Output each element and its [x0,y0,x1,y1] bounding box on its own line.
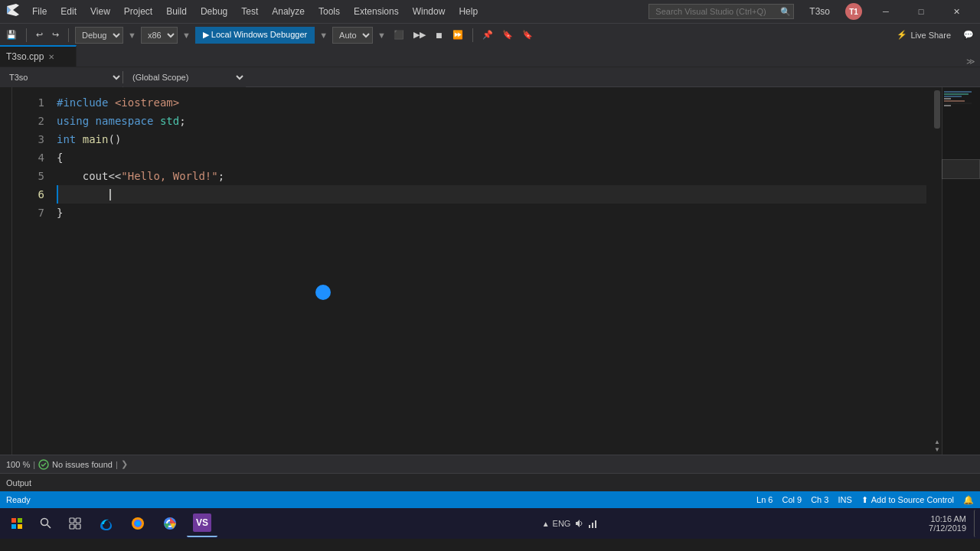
search-input[interactable] [648,4,794,19]
line-num-3: 3 [18,130,44,148]
status-ready[interactable]: Ready [6,495,31,504]
vertical-scrollbar[interactable]: ▲ ▼ [933,87,942,455]
active-tab[interactable]: T3so.cpp ✕ [0,45,77,67]
menu-analyze[interactable]: Analyze [266,5,311,18]
kw-namespace: namespace [96,112,154,130]
scope-bar: T3so (Global Scope) [0,67,980,87]
menu-tools[interactable]: Tools [312,5,346,18]
menu-file[interactable]: File [26,5,53,18]
undo-icon[interactable]: ↩ [33,28,46,41]
liveshare-button[interactable]: ⚡ Live Share [890,28,957,41]
source-control-label: Add to Source Control [871,495,954,504]
svg-rect-10 [76,524,80,529]
network-icon[interactable] [587,518,598,529]
window-controls: ─ □ ✕ [868,0,974,23]
minimize-button[interactable]: ─ [868,0,903,23]
debug-config-select[interactable]: Debug [75,27,123,44]
svg-rect-7 [70,518,74,523]
tab-close-button[interactable]: ✕ [48,53,54,61]
svg-rect-4 [18,524,22,529]
line-num-1: 1 [18,93,44,112]
menu-test[interactable]: Test [235,5,264,18]
menu-help[interactable]: Help [452,5,484,18]
show-desktop-button[interactable] [974,510,977,537]
sep1 [26,28,27,42]
brace-open: { [57,148,63,167]
hello-world-string: "Hello, World!" [121,167,217,185]
toolbar-icon-1[interactable]: ⬛ [390,28,407,41]
taskbar-search-button[interactable] [32,510,60,537]
menu-project[interactable]: Project [118,5,158,18]
lang-indicator[interactable]: ENG [553,519,571,528]
taskbar-vs-button[interactable]: VS [187,510,217,537]
tab-scroll-right[interactable]: ≫ [962,57,980,67]
clock-time: 10:16 AM [929,514,966,523]
project-scope-select[interactable]: T3so [0,67,122,87]
line-num-2: 2 [18,112,44,130]
vs-logo [6,3,20,20]
svg-point-5 [41,519,48,526]
menu-build[interactable]: Build [160,5,193,18]
toolbar-icon-2[interactable]: ▶▶ [410,28,429,41]
scroll-down[interactable]: ▼ [933,446,942,453]
auto-select[interactable]: Auto [332,27,373,44]
maximize-button[interactable]: □ [903,0,939,23]
save-icon[interactable]: 💾 [3,28,20,41]
status-bar: Ready Ln 6 Col 9 Ch 3 INS ⬆ Add to Sourc… [0,491,980,508]
taskbar-clock[interactable]: 10:16 AM 7/12/2019 [923,514,972,533]
status-line[interactable]: Ln 6 [756,495,773,504]
taskbar-firefox-button[interactable] [122,510,153,537]
code-area[interactable]: #include <iostream> using namespace std … [51,87,933,455]
code-line-1: #include <iostream> [57,93,926,112]
volume-icon[interactable] [573,518,584,529]
svg-rect-3 [11,524,16,529]
taskbar: VS ▲ ENG 10:16 AM 7/12/2019 [0,508,980,539]
global-scope-select[interactable]: (Global Scope) [123,67,246,87]
taskbar-edge-button[interactable] [90,510,121,537]
menu-debug[interactable]: Debug [194,5,234,18]
svg-rect-17 [589,525,590,528]
run-debugger-button[interactable]: ▶ Local Windows Debugger [195,27,315,44]
toolbar-icon-7[interactable]: 🔖 [519,28,536,41]
toolbar: 💾 ↩ ↪ Debug ▼ x86 ▼ ▶ Local Windows Debu… [0,23,980,46]
avatar[interactable]: T1 [845,3,862,20]
notification-icon[interactable]: 🔔 [963,495,974,505]
code-line-6 [57,185,926,204]
toolbar-icon-6[interactable]: 🔖 [499,28,516,41]
no-issues-icon [38,459,49,470]
menu-bar: File Edit View Project Build Debug Test … [26,5,642,18]
feedback-icon[interactable]: 💬 [960,28,977,41]
kw-include: #include [57,93,108,112]
menu-extensions[interactable]: Extensions [348,5,405,18]
status-ch[interactable]: Ch 3 [811,495,828,504]
start-button[interactable] [3,510,31,537]
platform-select[interactable]: x86 [141,27,178,44]
clock-date: 7/12/2019 [929,523,966,533]
menu-view[interactable]: View [84,5,116,18]
intellisense-dot[interactable] [315,285,331,300]
status-ins[interactable]: INS [838,495,851,504]
kw-int: int [57,130,76,148]
taskbar-chrome-button[interactable] [155,510,185,537]
zoom-level[interactable]: 100 % [6,460,30,469]
task-view-button[interactable] [61,510,89,537]
redo-icon[interactable]: ↪ [49,28,62,41]
toolbar-icon-3[interactable]: ⏹ [432,29,446,41]
source-control-button[interactable]: ⬆ Add to Source Control [861,495,954,505]
ready-label: Ready [6,495,31,504]
menu-edit[interactable]: Edit [54,5,83,18]
status-right: Ln 6 Col 9 Ch 3 INS ⬆ Add to Source Cont… [756,495,974,505]
toolbar-icon-4[interactable]: ⏩ [449,28,466,41]
output-label: Output [6,478,31,487]
issues-arrow[interactable]: ❯ [121,459,128,469]
line-num-4: 4 [18,148,44,167]
scroll-thumb[interactable] [934,90,940,129]
scroll-up[interactable]: ▲ [933,439,942,445]
tray-arrow[interactable]: ▲ [542,520,550,528]
menu-window[interactable]: Window [407,5,452,18]
close-button[interactable]: ✕ [939,0,974,23]
status-col[interactable]: Col 9 [782,495,802,504]
toolbar-icon-5[interactable]: 📌 [479,28,496,41]
svg-rect-9 [70,524,74,529]
output-panel[interactable]: Output [0,473,980,491]
